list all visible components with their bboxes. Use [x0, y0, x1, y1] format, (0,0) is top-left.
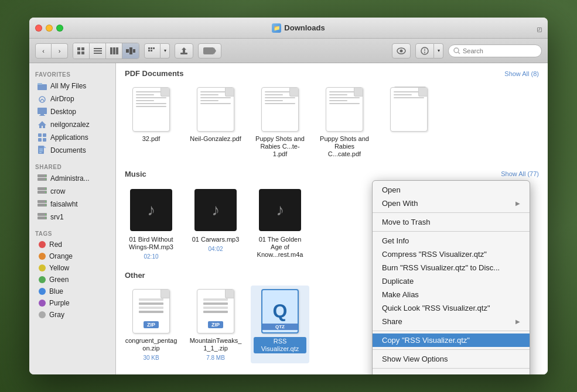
music-show-all[interactable]: Show All (77)	[501, 170, 539, 177]
svg-rect-13	[148, 47, 150, 49]
svg-rect-12	[133, 49, 135, 53]
sidebar-item-tag-orange[interactable]: Orange	[32, 250, 113, 262]
list-item[interactable]: Puppy Shots and Rabies C...cate.pdf	[315, 84, 374, 161]
file-name: MountainTweaks_1_1_.zip	[189, 337, 242, 352]
list-item[interactable]: ♪ 01 Bird Without Wings-RM.mp3 02:10	[122, 184, 180, 262]
music-icon: ♪	[130, 189, 172, 231]
music-icon: ♪	[259, 189, 301, 231]
sidebar-item-all-my-files[interactable]: All My Files	[32, 80, 113, 92]
svg-point-50	[45, 188, 46, 190]
menu-separator	[373, 368, 530, 369]
arrange-dropdown-arrow[interactable]: ▾	[161, 43, 170, 59]
finder-window: 📁 Downloads ‹ ›	[29, 18, 548, 374]
context-menu-open-with[interactable]: Open With ▶	[373, 197, 530, 210]
svg-rect-11	[129, 47, 132, 54]
svg-marker-40	[44, 146, 46, 148]
label-button[interactable]	[198, 43, 221, 59]
arrange-button[interactable]	[144, 43, 161, 59]
icon-view-button[interactable]	[73, 43, 90, 59]
list-item[interactable]: Puppy Shots and Rabies C...te-1.pdf	[251, 84, 309, 161]
sidebar-item-label: Applications	[50, 133, 88, 142]
context-menu-share[interactable]: Share ▶	[373, 315, 530, 328]
file-meta: 04:02	[208, 246, 223, 252]
sidebar-item-tag-red[interactable]: Red	[32, 239, 113, 250]
close-button[interactable]	[35, 25, 42, 32]
search-input[interactable]	[463, 47, 533, 54]
sidebar-item-label: Red	[49, 240, 62, 249]
file-meta: 02:10	[144, 253, 158, 260]
sidebar-item-documents[interactable]: Documents	[32, 144, 113, 157]
sidebar-item-tag-blue[interactable]: Blue	[32, 286, 113, 297]
list-item[interactable]: Q QTZ RSS Visualizer.qtz	[251, 286, 309, 363]
other-section-title: Other	[125, 271, 145, 280]
svg-point-51	[45, 192, 46, 193]
resize-icon[interactable]	[534, 24, 542, 32]
zip-badge: ZIP	[144, 321, 159, 328]
sidebar-item-applications[interactable]: Applications	[32, 131, 113, 144]
context-menu-get-info[interactable]: Get Info	[373, 234, 530, 247]
context-menu-quick-look[interactable]: Quick Look "RSS Visualizer.qtz"	[373, 301, 530, 315]
sidebar-item-desktop[interactable]: Desktop	[32, 105, 113, 118]
sidebar-item-label: neilgonzalez	[50, 121, 90, 129]
window-icon: 📁	[272, 23, 281, 33]
file-icon: ♪	[130, 187, 172, 233]
music-note-symbol: ♪	[147, 201, 155, 219]
column-view-button[interactable]	[106, 43, 122, 59]
sidebar-item-tag-gray[interactable]: Gray	[32, 309, 113, 321]
svg-rect-43	[39, 152, 42, 153]
svg-rect-10	[126, 49, 129, 53]
sidebar-item-tag-purple[interactable]: Purple	[32, 297, 113, 309]
svg-rect-32	[40, 114, 44, 115]
list-item[interactable]	[380, 84, 438, 161]
context-menu-open[interactable]: Open	[373, 183, 530, 197]
sidebar-item-tag-green[interactable]: Green	[32, 274, 113, 286]
svg-rect-42	[39, 150, 43, 152]
file-icon: Q QTZ	[259, 288, 301, 335]
context-menu-compress[interactable]: Compress "RSS Visualizer.qtz"	[373, 247, 530, 261]
svg-marker-34	[38, 121, 46, 128]
context-menu-move-to-trash[interactable]: Move to Trash	[373, 215, 530, 229]
qtz-symbol: Q	[273, 300, 288, 322]
pdf-show-all[interactable]: Show All (8)	[504, 70, 539, 77]
list-item[interactable]: ♪ 01 Carwars.mp3 04:02	[186, 184, 245, 262]
share-button[interactable]	[175, 43, 193, 59]
maximize-button[interactable]	[56, 25, 63, 32]
sidebar-item-label: Yellow	[49, 264, 69, 272]
context-menu-copy[interactable]: Copy "RSS Visualizer.qtz"	[373, 333, 530, 347]
context-menu-make-alias[interactable]: Make Alias	[373, 288, 530, 301]
music-icon: ♪	[194, 189, 237, 231]
list-view-button[interactable]	[90, 43, 106, 59]
sidebar-item-neilgonzalez[interactable]: neilgonzalez	[32, 118, 113, 131]
back-button[interactable]: ‹	[35, 43, 52, 59]
action-dropdown-arrow[interactable]: ▾	[434, 43, 443, 59]
sidebar-item-srv1[interactable]: srv1	[32, 211, 113, 223]
sidebar-item-airdrop[interactable]: AirDrop	[32, 92, 113, 105]
context-menu-show-view-options[interactable]: Show View Options	[373, 352, 530, 366]
sidebar-item-crow[interactable]: crow	[32, 185, 113, 198]
action-button[interactable]	[415, 43, 434, 59]
music-note-symbol: ♪	[276, 201, 284, 219]
forward-button[interactable]: ›	[52, 43, 68, 59]
list-item[interactable]: ♪ 01 The Golden Age of Know...rest.m4a	[251, 184, 309, 262]
context-menu-duplicate[interactable]: Duplicate	[373, 274, 530, 288]
file-icon: ZIP	[194, 288, 237, 335]
file-meta: 7.8 MB	[206, 355, 225, 361]
list-item[interactable]: Neil-Gonzalez.pdf	[186, 84, 245, 161]
sidebar-item-faisalwht[interactable]: faisalwht	[32, 198, 113, 211]
list-item[interactable]: 32.pdf	[122, 84, 180, 161]
action-dropdown: ▾	[415, 43, 443, 59]
context-menu-burn[interactable]: Burn "RSS Visualizer.qtz" to Disc...	[373, 261, 530, 274]
context-menu-tags[interactable]: Tags...	[373, 371, 530, 374]
sidebar-item-administra[interactable]: Administra...	[32, 172, 113, 185]
tag-dot-red	[39, 241, 46, 248]
list-item[interactable]: ZIP congruent_pentagon.zip 30 KB	[122, 286, 180, 363]
quick-look-button[interactable]	[392, 43, 411, 59]
pdf-section-title: PDF Documents	[125, 69, 183, 78]
sidebar-item-tag-yellow[interactable]: Yellow	[32, 262, 113, 274]
svg-rect-4	[94, 48, 102, 49]
svg-rect-5	[94, 50, 102, 51]
search-box[interactable]	[448, 44, 542, 57]
list-item[interactable]: ZIP MountainTweaks_1_1_.zip 7.8 MB	[186, 286, 245, 363]
minimize-button[interactable]	[46, 25, 53, 32]
cover-flow-button[interactable]	[122, 43, 139, 59]
